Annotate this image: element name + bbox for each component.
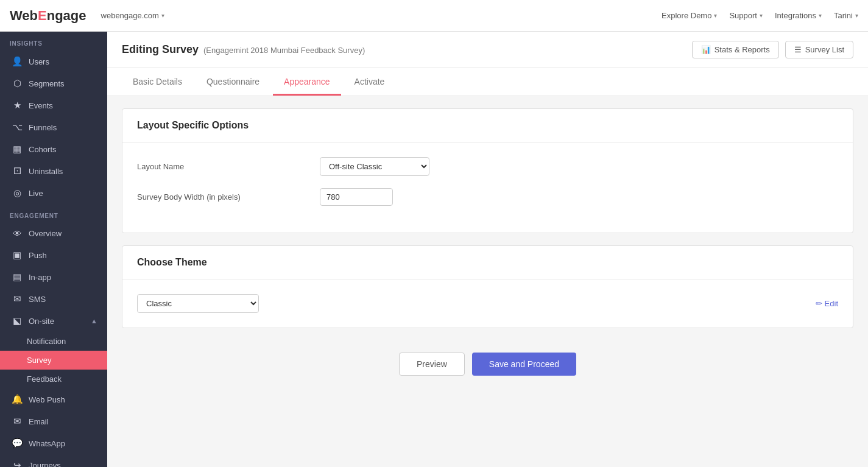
page-title-area: Editing Survey (Engagemint 2018 Mumbai F…: [122, 43, 365, 56]
integrations-menu[interactable]: Integrations ▾: [775, 11, 822, 20]
sidebar-item-push[interactable]: ▣ Push: [0, 244, 107, 266]
page-header-actions: 📊 Stats & Reports ☰ Survey List: [692, 41, 853, 58]
stats-reports-label: Stats & Reports: [715, 45, 770, 54]
theme-select[interactable]: Classic Modern Minimal: [137, 294, 259, 313]
sidebar-item-overview[interactable]: 👁 Overview: [0, 223, 107, 244]
theme-panel-title: Choose Theme: [137, 257, 207, 267]
tab-appearance[interactable]: Appearance: [273, 68, 341, 96]
body-width-row: Survey Body Width (in pixels): [137, 188, 838, 206]
sidebar-item-webpush[interactable]: 🔔 Web Push: [0, 388, 107, 410]
sidebar-item-live[interactable]: ◎ Live: [0, 182, 107, 204]
sidebar-item-onsite[interactable]: ⬕ On-site ▲: [0, 310, 107, 332]
content-panels: Layout Specific Options Layout Name Off-…: [107, 96, 868, 467]
sidebar-item-label: Funnels: [29, 123, 57, 132]
users-icon: 👤: [12, 56, 23, 67]
sidebar-item-label: Overview: [29, 229, 62, 238]
body-width-input[interactable]: [320, 188, 393, 206]
theme-panel-header: Choose Theme: [122, 246, 853, 279]
uninstalls-icon: ⚀: [12, 166, 23, 177]
tab-questionnaire[interactable]: Questionnaire: [196, 68, 270, 96]
stats-reports-button[interactable]: 📊 Stats & Reports: [692, 41, 779, 58]
support-chevron-icon: ▾: [760, 12, 763, 19]
sidebar-item-journeys[interactable]: ↪ Journeys: [0, 454, 107, 467]
sidebar: INSIGHTS 👤 Users ⬡ Segments ★ Events ⌥ F…: [0, 32, 107, 467]
user-menu[interactable]: Tarini ▾: [834, 11, 858, 20]
email-icon: ✉: [12, 416, 23, 427]
sidebar-item-label: In-app: [29, 273, 51, 282]
sidebar-item-uninstalls[interactable]: ⚀ Uninstalls: [0, 160, 107, 182]
sidebar-item-label: Journeys: [29, 461, 61, 468]
theme-panel-body: Classic Modern Minimal ✏ Edit: [122, 279, 853, 328]
logo: WebEngage: [10, 8, 86, 24]
sidebar-item-funnels[interactable]: ⌥ Funnels: [0, 116, 107, 138]
save-proceed-button[interactable]: Save and Proceed: [472, 353, 576, 376]
sidebar-item-label: Cohorts: [29, 145, 57, 154]
sidebar-item-inapp[interactable]: ▤ In-app: [0, 266, 107, 288]
explore-demo-label: Explore Demo: [662, 11, 711, 20]
survey-list-button[interactable]: ☰ Survey List: [785, 41, 853, 58]
sidebar-item-cohorts[interactable]: ▦ Cohorts: [0, 138, 107, 160]
sidebar-item-label: On-site: [29, 317, 54, 326]
body-width-label: Survey Body Width (in pixels): [137, 192, 320, 202]
edit-theme-link[interactable]: ✏ Edit: [816, 299, 838, 308]
layout-name-label: Layout Name: [137, 162, 320, 171]
theme-row: Classic Modern Minimal ✏ Edit: [137, 294, 838, 313]
preview-button[interactable]: Preview: [399, 353, 465, 376]
support-menu[interactable]: Support ▾: [729, 11, 763, 20]
notification-label: Notification: [27, 337, 66, 346]
integrations-label: Integrations: [775, 11, 816, 20]
domain-label: webengage.com: [101, 11, 159, 20]
segments-icon: ⬡: [12, 78, 23, 89]
sidebar-item-label: SMS: [29, 295, 46, 304]
tab-basic-details[interactable]: Basic Details: [122, 68, 193, 96]
user-chevron-icon: ▾: [855, 12, 858, 19]
domain-selector[interactable]: webengage.com ▾: [96, 9, 169, 23]
footer-actions: Preview Save and Proceed: [122, 340, 853, 388]
sidebar-item-events[interactable]: ★ Events: [0, 94, 107, 116]
explore-chevron-icon: ▾: [714, 12, 717, 19]
live-icon: ◎: [12, 188, 23, 198]
insights-section-label: INSIGHTS: [0, 32, 107, 51]
save-proceed-label: Save and Proceed: [489, 359, 559, 369]
layout-name-row: Layout Name Off-site Classic On-site Cla…: [137, 157, 838, 176]
content-area: Editing Survey (Engagemint 2018 Mumbai F…: [107, 32, 868, 467]
edit-label: Edit: [825, 299, 838, 308]
survey-label: Survey: [27, 356, 51, 365]
feedback-label: Feedback: [27, 374, 62, 384]
domain-chevron-icon: ▾: [161, 12, 164, 19]
sidebar-item-label: Events: [29, 101, 53, 110]
page-subtitle: (Engagemint 2018 Mumbai Feedback Survey): [203, 46, 365, 55]
overview-icon: 👁: [12, 228, 23, 239]
funnels-icon: ⌥: [12, 122, 23, 133]
sidebar-sub-survey[interactable]: Survey: [0, 351, 107, 370]
sidebar-item-whatsapp[interactable]: 💬 WhatsApp: [0, 432, 107, 454]
user-label: Tarini: [834, 11, 853, 20]
cohorts-icon: ▦: [12, 144, 23, 155]
engagement-section-label: ENGAGEMENT: [0, 204, 107, 223]
edit-icon: ✏: [816, 299, 822, 308]
layout-panel-title: Layout Specific Options: [137, 120, 249, 130]
tab-activate[interactable]: Activate: [344, 68, 396, 96]
topnav-right: Explore Demo ▾ Support ▾ Integrations ▾ …: [662, 11, 858, 20]
sidebar-item-label: Segments: [29, 79, 65, 88]
sidebar-item-label: Email: [29, 417, 49, 426]
sidebar-item-label: Uninstalls: [29, 167, 63, 176]
layout-panel-header: Layout Specific Options: [122, 109, 853, 142]
sidebar-sub-notification[interactable]: Notification: [0, 332, 107, 351]
sidebar-item-users[interactable]: 👤 Users: [0, 51, 107, 72]
explore-demo-menu[interactable]: Explore Demo ▾: [662, 11, 717, 20]
sidebar-item-label: Live: [29, 189, 43, 198]
onsite-icon: ⬕: [12, 315, 23, 326]
sidebar-item-label: Users: [29, 57, 49, 66]
push-icon: ▣: [12, 250, 23, 261]
sidebar-item-segments[interactable]: ⬡ Segments: [0, 72, 107, 94]
sidebar-item-label: Push: [29, 251, 47, 260]
choose-theme-panel: Choose Theme Classic Modern Minimal ✏ Ed…: [122, 245, 853, 328]
top-navbar: WebEngage webengage.com ▾ Explore Demo ▾…: [0, 0, 868, 32]
sidebar-item-sms[interactable]: ✉ SMS: [0, 288, 107, 310]
journeys-icon: ↪: [12, 460, 23, 467]
layout-name-select[interactable]: Off-site Classic On-site Classic On-site…: [320, 157, 429, 176]
sidebar-item-email[interactable]: ✉ Email: [0, 410, 107, 432]
sidebar-sub-feedback[interactable]: Feedback: [0, 370, 107, 388]
tabs-bar: Basic Details Questionnaire Appearance A…: [107, 68, 868, 96]
